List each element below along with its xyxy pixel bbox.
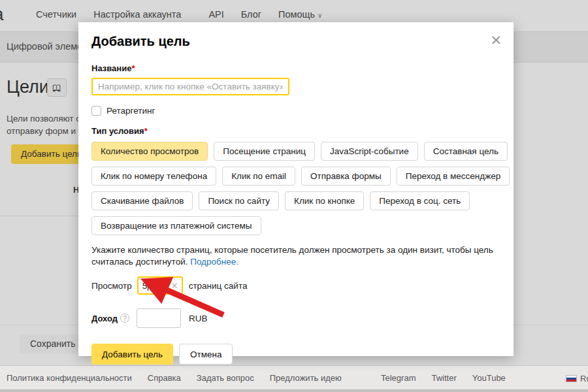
condition-chip-composite[interactable]: Составная цель — [424, 142, 508, 161]
page-title: Цели — [7, 77, 49, 97]
goal-name-input[interactable] — [91, 78, 289, 95]
required-asterisk: * — [144, 126, 148, 136]
footer-link-youtube[interactable]: YouTube — [472, 373, 506, 383]
footer-link-privacy[interactable]: Политика конфиденциальности — [7, 373, 132, 383]
nav-item-counters[interactable]: Счетчики — [36, 9, 76, 20]
retargeting-label: Ретаргетинг — [106, 106, 155, 116]
logo-fragment: а — [0, 4, 4, 25]
condition-chip-social-network[interactable]: Переход в соц. сеть — [370, 191, 470, 210]
clear-icon[interactable]: ✕ — [171, 281, 178, 291]
learn-more-link[interactable]: Подробнее. — [190, 257, 238, 267]
condition-chip-form-submit[interactable]: Отправка формы — [301, 167, 391, 186]
language-selector[interactable]: Ru — [566, 374, 588, 384]
views-suffix: страниц сайта — [189, 281, 248, 291]
condition-chip-messenger[interactable]: Переход в мессенджер — [397, 167, 510, 186]
table-divider — [0, 216, 78, 216]
revenue-input[interactable] — [137, 308, 181, 328]
footer-link-ask-question[interactable]: Задать вопрос — [197, 373, 254, 383]
nav-item-blog[interactable]: Блог — [241, 9, 261, 20]
footer: Политика конфиденциальности Справка Зада… — [0, 365, 588, 389]
cancel-button[interactable]: Отмена — [179, 344, 233, 365]
condition-chip-file-download[interactable]: Скачивание файлов — [91, 191, 193, 210]
modal-title: Добавить цель — [91, 34, 500, 49]
russia-flag-icon — [566, 375, 577, 382]
condition-type-label: Тип условия* — [91, 126, 500, 136]
required-asterisk: * — [131, 63, 135, 73]
language-label: Ru — [580, 374, 588, 384]
bottom-strip — [0, 389, 588, 392]
nav-item-account-settings[interactable]: Настройка аккаунта — [93, 9, 181, 20]
nav-item-api[interactable]: API — [208, 9, 223, 20]
footer-link-suggest-idea[interactable]: Предложить идею — [270, 373, 342, 383]
views-count-input[interactable]: 5 ✕ — [137, 276, 183, 295]
views-label: Просмотр — [91, 281, 132, 291]
condition-chip-page-visits[interactable]: Посещение страниц — [214, 142, 315, 161]
condition-chip-email-click[interactable]: Клик по email — [222, 167, 295, 186]
hint-text: Укажите количество страниц, которые посе… — [91, 244, 502, 268]
revenue-label: Доход — [91, 314, 118, 323]
condition-chip-site-search[interactable]: Поиск по сайту — [199, 191, 279, 210]
add-goal-modal: ✕ Добавить цель Название* Ретаргетинг Ти… — [78, 22, 514, 356]
views-count-value: 5 — [142, 281, 148, 291]
docs-book-icon[interactable]: 🕮 — [47, 78, 67, 97]
condition-chip-phone-click[interactable]: Клик по номеру телефона — [91, 167, 216, 186]
breadcrumb: Цифровой элеме — [7, 41, 82, 52]
retargeting-checkbox[interactable] — [91, 106, 101, 116]
condition-chip-pageviews[interactable]: Количество просмотров — [91, 142, 208, 161]
close-icon[interactable]: ✕ — [490, 35, 502, 46]
save-button[interactable]: Сохранить — [20, 335, 86, 353]
footer-link-telegram[interactable]: Telegram — [381, 373, 416, 383]
submit-add-goal-button[interactable]: Добавить цель — [91, 344, 173, 365]
condition-chip-payment-return[interactable]: Возвращение из платежной системы — [91, 216, 261, 235]
nav-item-help[interactable]: Помощь∨ — [278, 9, 322, 20]
footer-link-help[interactable]: Справка — [148, 373, 181, 383]
chevron-down-icon: ∨ — [318, 12, 322, 19]
condition-chip-button-click[interactable]: Клик по кнопке — [285, 191, 364, 210]
footer-link-twitter[interactable]: Twitter — [431, 373, 456, 383]
help-question-icon[interactable]: ? — [120, 314, 129, 323]
retargeting-checkbox-row[interactable]: Ретаргетинг — [91, 106, 500, 116]
currency-label: RUB — [189, 314, 208, 323]
condition-chip-js-event[interactable]: JavaScript-событие — [321, 142, 418, 161]
name-label: Название* — [91, 63, 500, 73]
page-description: Цели позволяют от отправку форм и м — [7, 112, 85, 137]
text-cursor — [148, 281, 148, 291]
